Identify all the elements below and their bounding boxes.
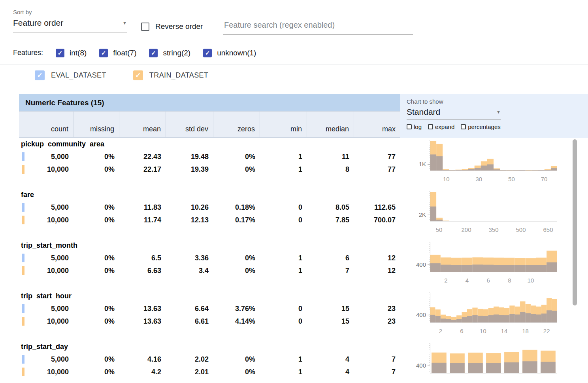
stat-value: 10,000 <box>19 214 74 226</box>
stat-value: 0% <box>213 163 260 176</box>
chart-type-value: Standard <box>407 107 440 117</box>
stat-value: 6 <box>307 252 354 264</box>
unknown-filter-label: unknown(1) <box>217 49 256 57</box>
svg-text:50: 50 <box>508 176 515 182</box>
percentages-label: percentages <box>468 123 501 130</box>
stat-value: 11.74 <box>119 214 166 226</box>
stat-value: 19.39 <box>166 163 213 176</box>
facets-overview-app: Sort by Feature order ▼ Reverse order Fe… <box>0 0 588 383</box>
stat-value: 7 <box>354 353 400 366</box>
column-header-zeros: zeros <box>213 112 260 137</box>
filter-item-int[interactable]: int(8) <box>56 49 87 57</box>
column-header-missing: missing <box>74 112 119 137</box>
stat-value: 0% <box>213 264 260 277</box>
log-label: log <box>414 123 422 130</box>
stat-value: 10,000 <box>19 315 74 328</box>
stat-value: 0.18% <box>213 201 260 214</box>
column-header-stddev: std dev <box>166 112 213 137</box>
column-header-max: max <box>354 112 400 137</box>
chevron-down-icon: ▼ <box>496 110 501 114</box>
stat-value: 6.64 <box>166 302 213 315</box>
stat-value: 10,000 <box>19 163 74 176</box>
stat-value: 6.63 <box>119 264 166 277</box>
svg-text:14: 14 <box>501 328 507 334</box>
feature-search-input[interactable] <box>223 21 413 35</box>
stat-value: 4 <box>307 366 354 378</box>
stat-value: 0% <box>74 163 119 176</box>
stat-value: 1 <box>260 366 307 378</box>
string-filter-checkbox[interactable] <box>149 49 158 57</box>
eval-stats-row: 5,0000%11.8310.260.18%08.05112.65 <box>19 201 400 214</box>
stat-value: 4.16 <box>119 353 166 366</box>
stat-value: 12.13 <box>166 214 213 226</box>
stat-value: 6.61 <box>166 315 213 328</box>
stat-value: 8 <box>307 163 354 176</box>
train-dataset-swatch-icon <box>22 216 24 224</box>
stat-value: 1 <box>260 353 307 366</box>
expand-toggle[interactable]: expand <box>428 123 454 130</box>
filter-item-float[interactable]: float(7) <box>99 49 136 57</box>
eval-stats-row: 5,0000%22.4319.480%11177 <box>19 150 400 163</box>
feature-histogram-chart: 400246810 <box>408 239 566 289</box>
unknown-filter-checkbox[interactable] <box>203 49 212 57</box>
log-toggle[interactable]: log <box>407 123 422 130</box>
chart-to-show-label: Chart to show <box>407 98 588 105</box>
stat-value: 12 <box>354 264 400 277</box>
numeric-features-title: Numeric Features (15) <box>19 94 400 111</box>
column-header-min: min <box>260 112 307 137</box>
stat-value: 7 <box>354 366 400 378</box>
int-filter-checkbox[interactable] <box>56 49 64 57</box>
sort-by-select[interactable]: Feature order ▼ <box>13 18 127 32</box>
train-dataset-swatch-icon <box>22 165 24 174</box>
svg-text:18: 18 <box>522 328 529 334</box>
stat-value: 0% <box>74 353 119 366</box>
svg-text:10: 10 <box>528 277 534 284</box>
stat-value: 0% <box>213 150 260 163</box>
stat-value: 1 <box>260 264 307 277</box>
stat-value: 11 <box>307 150 354 163</box>
stat-value: 0% <box>213 353 260 366</box>
feature-block: fare 5,0000%11.8310.260.18%08.05112.65 1… <box>19 188 588 239</box>
train-dataset-swatch-icon <box>22 266 24 275</box>
stat-value: 3.4 <box>166 264 213 277</box>
filter-item-string[interactable]: string(2) <box>149 49 190 57</box>
dataset-legend-row: EVAL_DATASET TRAIN_DATASET <box>0 64 588 86</box>
stat-value: 0% <box>74 214 119 226</box>
stat-value: 0% <box>74 302 119 315</box>
int-filter-label: int(8) <box>70 49 87 57</box>
eval-dataset-toggle[interactable]: EVAL_DATASET <box>35 70 106 80</box>
sort-by-label: Sort by <box>13 9 32 15</box>
filter-item-unknown[interactable]: unknown(1) <box>203 49 256 57</box>
stat-value: 0 <box>260 315 307 328</box>
reverse-order-control[interactable]: Reverse order <box>141 22 203 31</box>
svg-text:2: 2 <box>439 328 442 334</box>
eval-dataset-checkbox[interactable] <box>35 70 45 80</box>
feature-name: trip_start_month <box>21 241 77 250</box>
percentages-toggle[interactable]: percentages <box>461 123 501 130</box>
numeric-features-table: Numeric Features (15) Chart to show Stan… <box>19 94 588 383</box>
stat-value: 77 <box>354 150 400 163</box>
column-header-median: median <box>307 112 354 137</box>
chart-type-select[interactable]: Standard ▼ <box>407 107 501 120</box>
stat-value: 22.43 <box>119 150 166 163</box>
float-filter-label: float(7) <box>113 49 136 57</box>
stat-value: 4 <box>307 353 354 366</box>
reverse-order-checkbox[interactable] <box>141 23 149 31</box>
scrollbar-thumb[interactable] <box>573 139 577 305</box>
float-filter-checkbox[interactable] <box>99 49 108 57</box>
stat-value: 22.17 <box>119 163 166 176</box>
train-stats-row: 10,0000%4.22.010%147 <box>19 366 400 378</box>
percentages-checkbox[interactable] <box>461 124 466 129</box>
feature-histogram-chart: 4002610141822 <box>408 290 566 339</box>
stat-value: 0% <box>213 366 260 378</box>
svg-text:400: 400 <box>416 362 426 369</box>
train-dataset-checkbox[interactable] <box>133 70 143 80</box>
svg-text:10: 10 <box>443 176 450 182</box>
expand-label: expand <box>435 123 454 130</box>
stat-value: 7 <box>307 264 354 277</box>
stat-value: 0% <box>74 150 119 163</box>
train-stats-row: 10,0000%6.633.40%1712 <box>19 264 400 277</box>
train-dataset-toggle[interactable]: TRAIN_DATASET <box>133 70 209 80</box>
log-checkbox[interactable] <box>407 124 412 129</box>
expand-checkbox[interactable] <box>428 124 433 129</box>
